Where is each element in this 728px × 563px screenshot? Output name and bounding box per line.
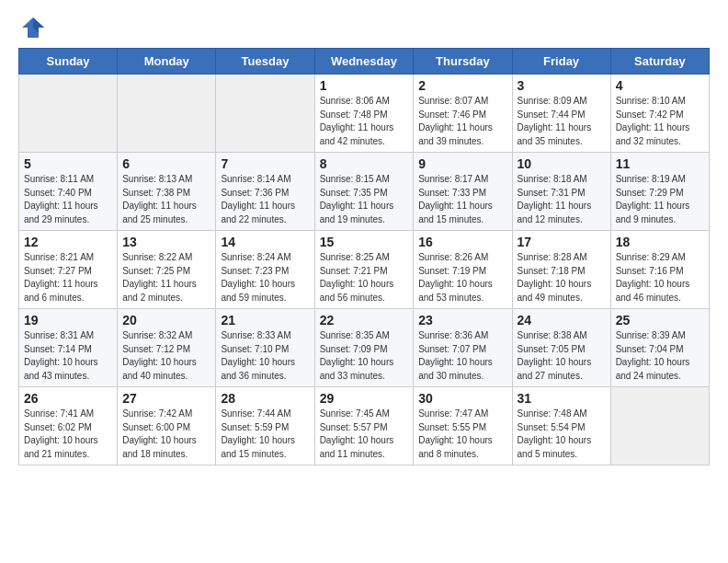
day-number: 6 [122,156,210,171]
weekday-header-tuesday: Tuesday [216,49,314,75]
calendar-cell: 24Sunrise: 8:38 AM Sunset: 7:05 PM Dayli… [512,309,610,387]
day-info: Sunrise: 8:09 AM Sunset: 7:44 PM Dayligh… [518,95,606,148]
calendar-cell: 29Sunrise: 7:45 AM Sunset: 5:57 PM Dayli… [314,387,414,465]
calendar-cell: 18Sunrise: 8:29 AM Sunset: 7:16 PM Dayli… [610,231,709,309]
weekday-header-sunday: Sunday [19,49,118,75]
day-number: 28 [221,391,309,406]
day-number: 23 [418,313,506,327]
calendar: SundayMondayTuesdayWednesdayThursdayFrid… [18,48,710,465]
day-number: 4 [616,78,704,93]
calendar-week-1: 1Sunrise: 8:06 AM Sunset: 7:48 PM Daylig… [19,75,710,153]
calendar-cell: 9Sunrise: 8:17 AM Sunset: 7:33 PM Daylig… [414,153,512,231]
day-info: Sunrise: 8:38 AM Sunset: 7:05 PM Dayligh… [518,329,606,383]
logo-icon [20,15,46,40]
day-info: Sunrise: 8:11 AM Sunset: 7:40 PM Dayligh… [24,173,112,226]
day-number: 25 [616,313,704,327]
weekday-header-row: SundayMondayTuesdayWednesdayThursdayFrid… [19,49,710,75]
day-info: Sunrise: 8:28 AM Sunset: 7:18 PM Dayligh… [518,251,606,304]
day-info: Sunrise: 8:32 AM Sunset: 7:12 PM Dayligh… [122,329,210,383]
calendar-cell [610,387,709,465]
calendar-cell [19,75,118,153]
day-info: Sunrise: 8:13 AM Sunset: 7:38 PM Dayligh… [122,173,210,226]
calendar-cell: 8Sunrise: 8:15 AM Sunset: 7:35 PM Daylig… [314,153,414,231]
day-info: Sunrise: 8:15 AM Sunset: 7:35 PM Dayligh… [320,173,409,226]
calendar-cell: 28Sunrise: 7:44 AM Sunset: 5:59 PM Dayli… [216,387,314,465]
calendar-week-3: 12Sunrise: 8:21 AM Sunset: 7:27 PM Dayli… [19,231,710,309]
page: SundayMondayTuesdayWednesdayThursdayFrid… [0,0,728,484]
day-number: 20 [122,313,210,327]
day-number: 9 [418,156,506,171]
day-info: Sunrise: 8:36 AM Sunset: 7:07 PM Dayligh… [418,329,506,383]
day-info: Sunrise: 8:39 AM Sunset: 7:04 PM Dayligh… [616,329,704,383]
calendar-week-5: 26Sunrise: 7:41 AM Sunset: 6:02 PM Dayli… [19,387,710,465]
weekday-header-saturday: Saturday [610,49,709,75]
day-number: 12 [24,235,112,249]
calendar-cell: 25Sunrise: 8:39 AM Sunset: 7:04 PM Dayli… [610,309,709,387]
day-number: 8 [320,156,409,171]
weekday-header-wednesday: Wednesday [314,49,414,75]
day-info: Sunrise: 7:47 AM Sunset: 5:55 PM Dayligh… [418,408,506,461]
day-info: Sunrise: 8:24 AM Sunset: 7:23 PM Dayligh… [221,251,309,304]
calendar-cell: 15Sunrise: 8:25 AM Sunset: 7:21 PM Dayli… [314,231,414,309]
calendar-cell: 30Sunrise: 7:47 AM Sunset: 5:55 PM Dayli… [414,387,512,465]
calendar-cell: 21Sunrise: 8:33 AM Sunset: 7:10 PM Dayli… [216,309,314,387]
calendar-cell: 10Sunrise: 8:18 AM Sunset: 7:31 PM Dayli… [512,153,610,231]
day-number: 29 [320,391,409,406]
calendar-cell: 3Sunrise: 8:09 AM Sunset: 7:44 PM Daylig… [512,75,610,153]
day-info: Sunrise: 8:26 AM Sunset: 7:19 PM Dayligh… [418,251,506,304]
calendar-cell: 2Sunrise: 8:07 AM Sunset: 7:46 PM Daylig… [414,75,512,153]
calendar-cell: 27Sunrise: 7:42 AM Sunset: 6:00 PM Dayli… [118,387,216,465]
day-info: Sunrise: 8:17 AM Sunset: 7:33 PM Dayligh… [418,173,506,226]
day-info: Sunrise: 8:14 AM Sunset: 7:36 PM Dayligh… [221,173,309,226]
calendar-cell: 5Sunrise: 8:11 AM Sunset: 7:40 PM Daylig… [19,153,118,231]
weekday-header-thursday: Thursday [414,49,512,75]
day-number: 26 [24,391,112,406]
day-info: Sunrise: 8:07 AM Sunset: 7:46 PM Dayligh… [418,95,506,148]
calendar-cell: 23Sunrise: 8:36 AM Sunset: 7:07 PM Dayli… [414,309,512,387]
calendar-cell: 7Sunrise: 8:14 AM Sunset: 7:36 PM Daylig… [216,153,314,231]
day-info: Sunrise: 7:41 AM Sunset: 6:02 PM Dayligh… [24,408,112,461]
day-number: 1 [320,78,409,93]
weekday-header-monday: Monday [118,49,216,75]
day-number: 16 [418,235,506,249]
day-number: 3 [518,78,606,93]
day-number: 19 [24,313,112,327]
day-number: 18 [616,235,704,249]
day-info: Sunrise: 7:45 AM Sunset: 5:57 PM Dayligh… [320,408,409,461]
day-number: 15 [320,235,409,249]
day-number: 27 [122,391,210,406]
calendar-cell [216,75,314,153]
calendar-cell: 20Sunrise: 8:32 AM Sunset: 7:12 PM Dayli… [118,309,216,387]
day-number: 21 [221,313,309,327]
calendar-cell: 26Sunrise: 7:41 AM Sunset: 6:02 PM Dayli… [19,387,118,465]
calendar-cell: 22Sunrise: 8:35 AM Sunset: 7:09 PM Dayli… [314,309,414,387]
day-number: 13 [122,235,210,249]
day-number: 24 [518,313,606,327]
calendar-cell: 17Sunrise: 8:28 AM Sunset: 7:18 PM Dayli… [512,231,610,309]
calendar-cell: 12Sunrise: 8:21 AM Sunset: 7:27 PM Dayli… [19,231,118,309]
day-info: Sunrise: 8:10 AM Sunset: 7:42 PM Dayligh… [616,95,704,148]
day-info: Sunrise: 8:35 AM Sunset: 7:09 PM Dayligh… [320,329,409,383]
day-number: 17 [518,235,606,249]
calendar-week-4: 19Sunrise: 8:31 AM Sunset: 7:14 PM Dayli… [19,309,710,387]
day-number: 11 [616,156,704,171]
day-number: 14 [221,235,309,249]
day-number: 2 [418,78,506,93]
day-number: 7 [221,156,309,171]
day-info: Sunrise: 8:25 AM Sunset: 7:21 PM Dayligh… [320,251,409,304]
logo [18,15,46,37]
calendar-cell: 4Sunrise: 8:10 AM Sunset: 7:42 PM Daylig… [610,75,709,153]
weekday-header-friday: Friday [512,49,610,75]
calendar-cell: 11Sunrise: 8:19 AM Sunset: 7:29 PM Dayli… [610,153,709,231]
calendar-cell: 16Sunrise: 8:26 AM Sunset: 7:19 PM Dayli… [414,231,512,309]
day-number: 31 [518,391,606,406]
day-info: Sunrise: 8:22 AM Sunset: 7:25 PM Dayligh… [122,251,210,304]
calendar-cell: 14Sunrise: 8:24 AM Sunset: 7:23 PM Dayli… [216,231,314,309]
header [18,15,710,37]
day-info: Sunrise: 7:42 AM Sunset: 6:00 PM Dayligh… [122,408,210,461]
day-info: Sunrise: 8:18 AM Sunset: 7:31 PM Dayligh… [518,173,606,226]
day-info: Sunrise: 8:19 AM Sunset: 7:29 PM Dayligh… [616,173,704,226]
calendar-cell: 6Sunrise: 8:13 AM Sunset: 7:38 PM Daylig… [118,153,216,231]
day-number: 5 [24,156,112,171]
day-info: Sunrise: 8:06 AM Sunset: 7:48 PM Dayligh… [320,95,409,148]
